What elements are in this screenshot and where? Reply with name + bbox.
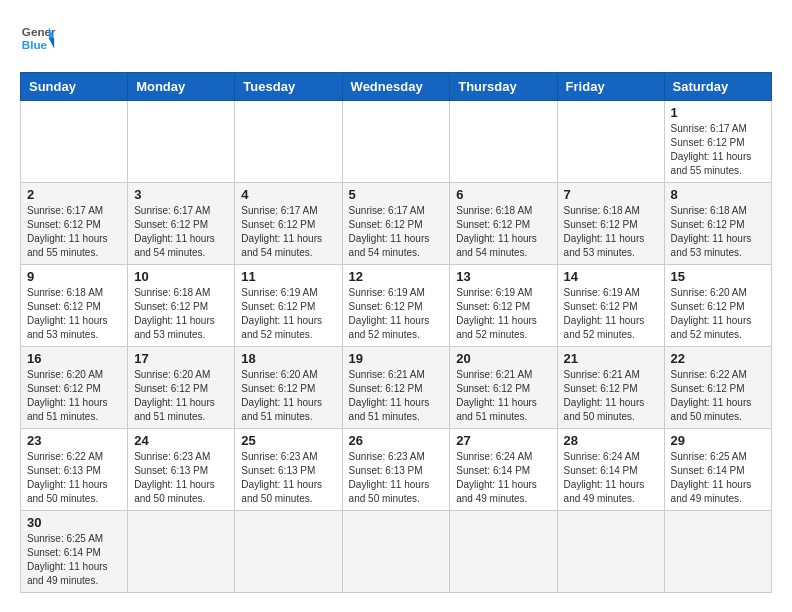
day-info: Sunrise: 6:19 AM Sunset: 6:12 PM Dayligh… — [349, 286, 444, 342]
calendar-cell: 15Sunrise: 6:20 AM Sunset: 6:12 PM Dayli… — [664, 265, 771, 347]
weekday-header: Tuesday — [235, 73, 342, 101]
day-number: 9 — [27, 269, 121, 284]
day-info: Sunrise: 6:19 AM Sunset: 6:12 PM Dayligh… — [564, 286, 658, 342]
day-number: 20 — [456, 351, 550, 366]
day-info: Sunrise: 6:24 AM Sunset: 6:14 PM Dayligh… — [564, 450, 658, 506]
calendar-cell — [450, 101, 557, 183]
calendar-cell: 6Sunrise: 6:18 AM Sunset: 6:12 PM Daylig… — [450, 183, 557, 265]
day-info: Sunrise: 6:25 AM Sunset: 6:14 PM Dayligh… — [671, 450, 765, 506]
day-number: 15 — [671, 269, 765, 284]
day-number: 23 — [27, 433, 121, 448]
calendar-cell: 5Sunrise: 6:17 AM Sunset: 6:12 PM Daylig… — [342, 183, 450, 265]
day-info: Sunrise: 6:19 AM Sunset: 6:12 PM Dayligh… — [241, 286, 335, 342]
calendar-cell: 18Sunrise: 6:20 AM Sunset: 6:12 PM Dayli… — [235, 347, 342, 429]
day-info: Sunrise: 6:17 AM Sunset: 6:12 PM Dayligh… — [349, 204, 444, 260]
calendar-cell — [342, 101, 450, 183]
day-info: Sunrise: 6:21 AM Sunset: 6:12 PM Dayligh… — [564, 368, 658, 424]
calendar-week-row: 30Sunrise: 6:25 AM Sunset: 6:14 PM Dayli… — [21, 511, 772, 593]
calendar-cell: 21Sunrise: 6:21 AM Sunset: 6:12 PM Dayli… — [557, 347, 664, 429]
calendar-cell: 13Sunrise: 6:19 AM Sunset: 6:12 PM Dayli… — [450, 265, 557, 347]
svg-marker-3 — [49, 38, 54, 49]
day-number: 8 — [671, 187, 765, 202]
calendar-cell — [21, 101, 128, 183]
day-info: Sunrise: 6:23 AM Sunset: 6:13 PM Dayligh… — [349, 450, 444, 506]
day-info: Sunrise: 6:20 AM Sunset: 6:12 PM Dayligh… — [134, 368, 228, 424]
day-number: 11 — [241, 269, 335, 284]
day-number: 19 — [349, 351, 444, 366]
day-number: 6 — [456, 187, 550, 202]
calendar-cell — [128, 101, 235, 183]
calendar-cell: 3Sunrise: 6:17 AM Sunset: 6:12 PM Daylig… — [128, 183, 235, 265]
logo: General Blue — [20, 20, 56, 56]
calendar-week-row: 2Sunrise: 6:17 AM Sunset: 6:12 PM Daylig… — [21, 183, 772, 265]
calendar-week-row: 23Sunrise: 6:22 AM Sunset: 6:13 PM Dayli… — [21, 429, 772, 511]
calendar-cell: 22Sunrise: 6:22 AM Sunset: 6:12 PM Dayli… — [664, 347, 771, 429]
calendar-cell: 19Sunrise: 6:21 AM Sunset: 6:12 PM Dayli… — [342, 347, 450, 429]
calendar-cell: 2Sunrise: 6:17 AM Sunset: 6:12 PM Daylig… — [21, 183, 128, 265]
weekday-header: Friday — [557, 73, 664, 101]
day-number: 30 — [27, 515, 121, 530]
day-number: 14 — [564, 269, 658, 284]
calendar-table: SundayMondayTuesdayWednesdayThursdayFrid… — [20, 72, 772, 593]
day-info: Sunrise: 6:22 AM Sunset: 6:12 PM Dayligh… — [671, 368, 765, 424]
day-info: Sunrise: 6:17 AM Sunset: 6:12 PM Dayligh… — [671, 122, 765, 178]
calendar-cell: 27Sunrise: 6:24 AM Sunset: 6:14 PM Dayli… — [450, 429, 557, 511]
day-number: 27 — [456, 433, 550, 448]
day-number: 3 — [134, 187, 228, 202]
day-info: Sunrise: 6:18 AM Sunset: 6:12 PM Dayligh… — [456, 204, 550, 260]
calendar-cell: 1Sunrise: 6:17 AM Sunset: 6:12 PM Daylig… — [664, 101, 771, 183]
day-info: Sunrise: 6:23 AM Sunset: 6:13 PM Dayligh… — [241, 450, 335, 506]
calendar-cell: 20Sunrise: 6:21 AM Sunset: 6:12 PM Dayli… — [450, 347, 557, 429]
day-info: Sunrise: 6:23 AM Sunset: 6:13 PM Dayligh… — [134, 450, 228, 506]
day-info: Sunrise: 6:18 AM Sunset: 6:12 PM Dayligh… — [671, 204, 765, 260]
day-info: Sunrise: 6:20 AM Sunset: 6:12 PM Dayligh… — [241, 368, 335, 424]
day-number: 18 — [241, 351, 335, 366]
day-number: 16 — [27, 351, 121, 366]
weekday-header: Thursday — [450, 73, 557, 101]
calendar-cell: 16Sunrise: 6:20 AM Sunset: 6:12 PM Dayli… — [21, 347, 128, 429]
calendar-cell: 8Sunrise: 6:18 AM Sunset: 6:12 PM Daylig… — [664, 183, 771, 265]
day-info: Sunrise: 6:17 AM Sunset: 6:12 PM Dayligh… — [134, 204, 228, 260]
calendar-week-row: 16Sunrise: 6:20 AM Sunset: 6:12 PM Dayli… — [21, 347, 772, 429]
calendar-cell: 25Sunrise: 6:23 AM Sunset: 6:13 PM Dayli… — [235, 429, 342, 511]
day-info: Sunrise: 6:18 AM Sunset: 6:12 PM Dayligh… — [564, 204, 658, 260]
calendar-cell: 7Sunrise: 6:18 AM Sunset: 6:12 PM Daylig… — [557, 183, 664, 265]
calendar-cell: 14Sunrise: 6:19 AM Sunset: 6:12 PM Dayli… — [557, 265, 664, 347]
svg-text:Blue: Blue — [22, 38, 48, 51]
weekday-header: Monday — [128, 73, 235, 101]
calendar-cell: 10Sunrise: 6:18 AM Sunset: 6:12 PM Dayli… — [128, 265, 235, 347]
day-number: 7 — [564, 187, 658, 202]
page-header: General Blue — [20, 20, 772, 56]
day-info: Sunrise: 6:18 AM Sunset: 6:12 PM Dayligh… — [27, 286, 121, 342]
calendar-cell: 12Sunrise: 6:19 AM Sunset: 6:12 PM Dayli… — [342, 265, 450, 347]
day-info: Sunrise: 6:24 AM Sunset: 6:14 PM Dayligh… — [456, 450, 550, 506]
calendar-week-row: 9Sunrise: 6:18 AM Sunset: 6:12 PM Daylig… — [21, 265, 772, 347]
day-info: Sunrise: 6:21 AM Sunset: 6:12 PM Dayligh… — [349, 368, 444, 424]
calendar-cell: 23Sunrise: 6:22 AM Sunset: 6:13 PM Dayli… — [21, 429, 128, 511]
calendar-cell: 9Sunrise: 6:18 AM Sunset: 6:12 PM Daylig… — [21, 265, 128, 347]
day-number: 25 — [241, 433, 335, 448]
day-info: Sunrise: 6:20 AM Sunset: 6:12 PM Dayligh… — [27, 368, 121, 424]
calendar-header: SundayMondayTuesdayWednesdayThursdayFrid… — [21, 73, 772, 101]
day-number: 24 — [134, 433, 228, 448]
day-number: 13 — [456, 269, 550, 284]
calendar-week-row: 1Sunrise: 6:17 AM Sunset: 6:12 PM Daylig… — [21, 101, 772, 183]
day-number: 17 — [134, 351, 228, 366]
calendar-cell — [342, 511, 450, 593]
day-number: 12 — [349, 269, 444, 284]
day-number: 22 — [671, 351, 765, 366]
calendar-cell — [450, 511, 557, 593]
day-number: 1 — [671, 105, 765, 120]
day-number: 21 — [564, 351, 658, 366]
calendar-cell — [664, 511, 771, 593]
day-info: Sunrise: 6:21 AM Sunset: 6:12 PM Dayligh… — [456, 368, 550, 424]
calendar-cell: 24Sunrise: 6:23 AM Sunset: 6:13 PM Dayli… — [128, 429, 235, 511]
calendar-cell: 28Sunrise: 6:24 AM Sunset: 6:14 PM Dayli… — [557, 429, 664, 511]
calendar-cell: 4Sunrise: 6:17 AM Sunset: 6:12 PM Daylig… — [235, 183, 342, 265]
day-number: 5 — [349, 187, 444, 202]
day-info: Sunrise: 6:17 AM Sunset: 6:12 PM Dayligh… — [27, 204, 121, 260]
calendar-cell: 30Sunrise: 6:25 AM Sunset: 6:14 PM Dayli… — [21, 511, 128, 593]
day-info: Sunrise: 6:19 AM Sunset: 6:12 PM Dayligh… — [456, 286, 550, 342]
day-info: Sunrise: 6:22 AM Sunset: 6:13 PM Dayligh… — [27, 450, 121, 506]
weekday-header: Wednesday — [342, 73, 450, 101]
